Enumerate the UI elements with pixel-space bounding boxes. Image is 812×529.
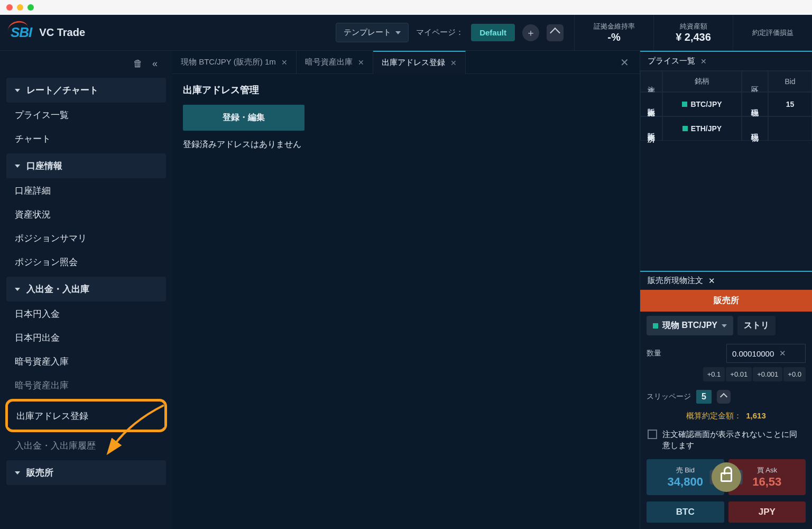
- row-dest: 販売所: [647, 127, 656, 130]
- chevron-down-icon: [15, 288, 20, 291]
- row-type: 現物: [750, 127, 760, 130]
- sidebar-section-dealer[interactable]: 販売所: [6, 460, 166, 485]
- lock-overlay: [712, 462, 741, 492]
- stat-label: 証拠金維持率: [589, 22, 639, 31]
- minimize-window-icon[interactable]: [17, 4, 23, 11]
- row-bid: 15: [768, 92, 812, 116]
- brand-sbi: SBI: [11, 24, 32, 41]
- collapse-sidebar-icon[interactable]: «: [152, 58, 158, 69]
- pair-selector[interactable]: 現物 BTC/JPY: [647, 316, 733, 335]
- order-panel: 販売所現物注文✕ 販売所 現物 BTC/JPY ストリ 数量 0.0001000…: [640, 270, 812, 529]
- template-label: テンプレート: [344, 28, 391, 38]
- stat-label: 約定評価損益: [748, 28, 797, 38]
- consent-row[interactable]: 注文確認画面が表示されないことに同意します: [640, 424, 812, 455]
- top-bar: SBI VC Trade テンプレート マイページ： Default ＋ 証拠金…: [0, 15, 812, 51]
- maximize-window-icon[interactable]: [27, 4, 34, 11]
- sidebar-item-asset-status[interactable]: 資産状況: [6, 203, 166, 226]
- sidebar-item-crypto-deposit[interactable]: 暗号資産入庫: [6, 350, 166, 373]
- mypage-default-button[interactable]: Default: [471, 24, 515, 41]
- status-indicator-icon: [682, 102, 687, 107]
- sidebar-item-price-list[interactable]: プライス一覧: [6, 104, 166, 126]
- status-indicator-icon: [682, 126, 688, 131]
- sidebar-item-jpy-withdraw[interactable]: 日本円出金: [6, 326, 166, 349]
- sidebar-item-position-summary[interactable]: ポジションサマリ: [6, 227, 166, 250]
- sidebar-item-chart[interactable]: チャート: [6, 127, 166, 150]
- increment-button[interactable]: +0.1: [703, 367, 725, 381]
- dealer-bar: 販売所: [640, 290, 812, 312]
- sidebar-section-account[interactable]: 口座情報: [6, 153, 166, 178]
- clear-icon[interactable]: ✕: [779, 349, 786, 358]
- estimate-label: 概算約定金額：: [686, 411, 742, 420]
- pencil-icon: [550, 28, 560, 38]
- chevron-down-icon: [15, 165, 20, 168]
- close-icon[interactable]: ✕: [700, 57, 707, 66]
- consent-checkbox[interactable]: [648, 430, 657, 439]
- stat-label: 純資産額: [669, 22, 718, 31]
- tab-btc-chart[interactable]: 現物 BTC/JPY (販売所) 1m✕: [172, 51, 297, 74]
- edit-button[interactable]: [547, 24, 564, 41]
- currency-btc-button[interactable]: BTC: [647, 501, 724, 523]
- sidebar-section-funds[interactable]: 入出金・入出庫: [6, 277, 166, 302]
- col-type: 区分: [750, 80, 760, 83]
- slippage-value[interactable]: 5: [696, 390, 712, 404]
- close-icon[interactable]: ✕: [708, 276, 715, 286]
- price-list-tab[interactable]: プライス一覧✕: [640, 51, 812, 71]
- col-dest: 注文先: [647, 80, 656, 83]
- currency-jpy-button[interactable]: JPY: [728, 501, 806, 523]
- qty-label: 数量: [647, 349, 661, 358]
- symbol-ethjpy[interactable]: ETH/JPY: [682, 124, 722, 133]
- chevron-down-icon: [395, 31, 401, 34]
- row-bid: [768, 116, 812, 141]
- annotation-highlight: 出庫アドレス登録: [5, 399, 167, 432]
- stat-value: -%: [589, 31, 639, 43]
- row-dest: 販売所: [647, 103, 656, 106]
- chevron-down-icon: [15, 89, 20, 92]
- sidebar-item-funds-history[interactable]: 入出金・入出庫履歴: [6, 434, 166, 457]
- template-dropdown[interactable]: テンプレート: [336, 23, 409, 42]
- streaming-button[interactable]: ストリ: [737, 316, 776, 335]
- close-icon[interactable]: ✕: [358, 58, 364, 67]
- account-stats: 証拠金維持率-% 純資産額¥ 2,436 約定評価損益: [574, 15, 812, 51]
- price-table: 注文先 銘柄 区分 Bid 販売所 BTC/JPY 現物 15 販売所 ETH/…: [640, 71, 812, 141]
- sidebar-section-rates[interactable]: レート／チャート: [6, 78, 166, 103]
- edit-slippage-button[interactable]: [717, 390, 731, 404]
- increment-button[interactable]: +0.001: [753, 367, 782, 381]
- tab-withdraw-address[interactable]: 出庫アドレス登録✕: [373, 51, 466, 74]
- register-edit-button[interactable]: 登録・編集: [183, 105, 304, 131]
- sidebar-item-withdraw-address[interactable]: 出庫アドレス登録: [8, 405, 164, 427]
- lock-icon: [721, 472, 732, 482]
- brand-vct: VC Trade: [39, 26, 85, 39]
- main-content: 現物 BTC/JPY (販売所) 1m✕ 暗号資産出庫✕ 出庫アドレス登録✕ ✕…: [172, 51, 640, 529]
- close-icon[interactable]: ✕: [281, 58, 288, 67]
- mypage-label: マイページ：: [416, 28, 464, 38]
- content-tabs: 現物 BTC/JPY (販売所) 1m✕ 暗号資産出庫✕ 出庫アドレス登録✕ ✕: [172, 51, 640, 74]
- sidebar-item-position-inquiry[interactable]: ポジション照会: [6, 251, 166, 273]
- window-titlebar: [0, 0, 812, 15]
- estimate-value: 1,613: [746, 411, 766, 420]
- stat-value: ¥ 2,436: [669, 31, 718, 43]
- symbol-btcjpy[interactable]: BTC/JPY: [682, 100, 722, 108]
- tab-crypto-withdraw[interactable]: 暗号資産出庫✕: [297, 51, 373, 74]
- empty-address-message: 登録済みアドレスはありません: [183, 139, 629, 150]
- sidebar-item-account-detail[interactable]: 口座詳細: [6, 179, 166, 202]
- trash-icon[interactable]: 🗑: [133, 58, 143, 69]
- col-bid: Bid: [768, 71, 812, 92]
- chevron-down-icon: [722, 324, 727, 327]
- sidebar-item-jpy-deposit[interactable]: 日本円入金: [6, 303, 166, 325]
- right-panel: プライス一覧✕ 注文先 銘柄 区分 Bid 販売所 BTC/JPY 現物 15 …: [640, 51, 812, 529]
- chevron-down-icon: [15, 471, 20, 475]
- qty-input[interactable]: 0.00010000✕: [726, 344, 806, 363]
- close-all-tabs-icon[interactable]: ✕: [610, 56, 640, 69]
- increment-button[interactable]: +0.01: [726, 367, 752, 381]
- close-window-icon[interactable]: [6, 4, 13, 11]
- add-button[interactable]: ＋: [522, 24, 539, 41]
- order-tab[interactable]: 販売所現物注文✕: [640, 271, 812, 290]
- sidebar: 🗑 « レート／チャート プライス一覧 チャート 口座情報 口座詳細 資産状況 …: [0, 51, 172, 529]
- increment-button[interactable]: +0.0: [783, 367, 806, 381]
- panel-title: 出庫アドレス管理: [183, 84, 629, 96]
- row-type: 現物: [750, 103, 760, 105]
- slippage-label: スリッページ: [647, 392, 691, 402]
- close-icon[interactable]: ✕: [450, 59, 457, 67]
- status-indicator-icon: [653, 323, 658, 329]
- sidebar-item-crypto-withdraw[interactable]: 暗号資産出庫: [6, 374, 166, 397]
